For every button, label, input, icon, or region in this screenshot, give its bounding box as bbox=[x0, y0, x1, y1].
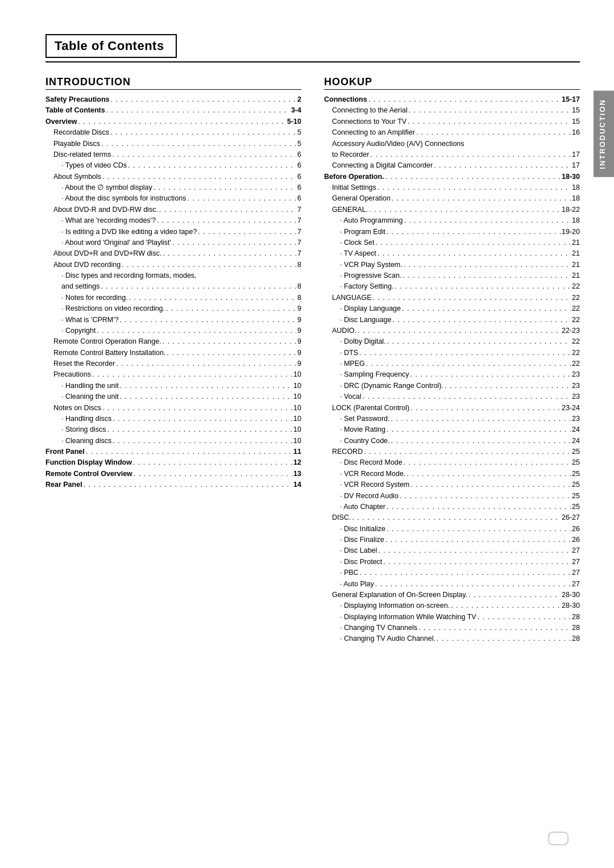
toc-entry: · Vocal . . . . . . . . . . . . . . . . … bbox=[324, 391, 580, 402]
introduction-entries: Safety Precautions . . . . . . . . . . .… bbox=[45, 94, 301, 491]
toc-entry: · Disc Protect . . . . . . . . . . . . .… bbox=[324, 557, 580, 567]
entry-label: · Disc Record Mode bbox=[340, 457, 403, 468]
introduction-section: INTRODUCTION Safety Precautions . . . . … bbox=[45, 76, 301, 491]
entry-page: 10 bbox=[293, 436, 301, 446]
entry-label: · Handling the unit bbox=[61, 381, 119, 391]
entry-label: · What are 'recording modes'? bbox=[61, 215, 156, 226]
entry-dots: . . . . . . . . . . . . . . . . . . . . … bbox=[404, 457, 571, 468]
entry-dots: . . . . . . . . . . . . . . . . . . . . … bbox=[86, 446, 292, 457]
entry-label: AUDIO. bbox=[332, 326, 356, 336]
entry-label: About DVD-R and DVD-RW disc. bbox=[53, 205, 158, 215]
toc-entry: · Displaying Information While Watching … bbox=[324, 612, 580, 623]
entry-label: Front Panel bbox=[45, 446, 85, 457]
toc-entry: and settings . . . . . . . . . . . . . .… bbox=[45, 281, 301, 292]
entry-page: 28 bbox=[572, 623, 580, 633]
toc-entry: Rear Panel . . . . . . . . . . . . . . .… bbox=[45, 479, 301, 490]
entry-dots: . . . . . . . . . . . . . . . . . . . . … bbox=[445, 381, 571, 391]
entry-page: 7 bbox=[297, 227, 301, 237]
toc-entry: · DRC (Dynamic Range Control). . . . . .… bbox=[324, 381, 580, 391]
entry-dots: . . . . . . . . . . . . . . . . . . . . … bbox=[409, 105, 571, 116]
toc-entry: Disc-related terms . . . . . . . . . . .… bbox=[45, 149, 301, 160]
toc-entry: · Displaying Information on-screen. . . … bbox=[324, 600, 580, 611]
entry-dots: . . . . . . . . . . . . . . . . . . . . … bbox=[102, 403, 292, 414]
toc-entry: Function Display Window . . . . . . . . … bbox=[45, 457, 301, 468]
entry-page: 9 bbox=[297, 348, 301, 358]
entry-page: 27 bbox=[572, 557, 580, 567]
entry-label: Overview bbox=[45, 116, 77, 127]
entry-page: 21 bbox=[572, 270, 580, 281]
entry-page: 22 bbox=[572, 315, 580, 326]
entry-dots: . . . . . . . . . . . . . . . . . . . . … bbox=[410, 479, 571, 490]
entry-dots: . . . . . . . . . . . . . . . . . . . . … bbox=[434, 160, 571, 171]
toc-entry: · Changing TV Channels . . . . . . . . .… bbox=[324, 623, 580, 633]
toc-entry: · Disc Label . . . . . . . . . . . . . .… bbox=[324, 545, 580, 556]
page: Table of Contents INTRODUCTION Safety Pr… bbox=[0, 0, 614, 868]
entry-dots: . . . . . . . . . . . . . . . . . . . . … bbox=[392, 315, 571, 326]
hookup-section: HOOKUP Connections . . . . . . . . . . .… bbox=[324, 76, 580, 645]
entry-page: 18 bbox=[572, 182, 580, 193]
entry-page: 9 bbox=[297, 336, 301, 347]
entry-page: 8 bbox=[297, 260, 301, 270]
entry-page: 28-30 bbox=[562, 590, 580, 600]
entry-page: 25 bbox=[572, 502, 580, 512]
entry-label: Connecting a Digital Camcorder bbox=[332, 160, 433, 171]
entry-label: · Handling discs bbox=[61, 414, 111, 424]
entry-label: · Notes for recording. bbox=[61, 293, 128, 303]
toc-entry: About DVD-R and DVD-RW disc. . . . . . .… bbox=[45, 205, 301, 215]
toc-entry: General Explanation of On-Screen Display… bbox=[324, 590, 580, 600]
entry-label: and settings bbox=[61, 281, 99, 292]
entry-label: · Disc types and recording formats, mode… bbox=[61, 270, 197, 281]
toc-entry: · Handling discs . . . . . . . . . . . .… bbox=[45, 414, 301, 424]
entry-label: · Is editing a DVD like editing a video … bbox=[61, 227, 197, 237]
entry-page: 10 bbox=[293, 391, 301, 402]
toc-entry: Front Panel . . . . . . . . . . . . . . … bbox=[45, 446, 301, 457]
entry-page: 7 bbox=[297, 205, 301, 215]
toc-entry: · Dolby Digital. . . . . . . . . . . . .… bbox=[324, 336, 580, 347]
entry-dots: . . . . . . . . . . . . . . . . . . . . … bbox=[387, 502, 571, 512]
entry-page: 25 bbox=[572, 469, 580, 479]
entry-label: General Explanation of On-Screen Display… bbox=[332, 590, 467, 600]
toc-entry: · Sampling Frequency . . . . . . . . . .… bbox=[324, 369, 580, 380]
entry-label: · VCR Record System bbox=[340, 479, 409, 490]
entry-label: · Vocal bbox=[340, 391, 362, 402]
entry-label: LOCK (Parental Control) bbox=[332, 403, 409, 414]
entry-label: · PBC bbox=[340, 567, 359, 578]
entry-label: · Displaying Information on-screen. bbox=[340, 600, 450, 611]
entry-page: 15-17 bbox=[562, 94, 580, 105]
entry-page: 22-23 bbox=[562, 326, 580, 336]
entry-page: 6 bbox=[297, 193, 301, 204]
entry-dots: . . . . . . . . . . . . . . . . . . . . … bbox=[392, 193, 571, 204]
toc-entry: · Types of video CDs . . . . . . . . . .… bbox=[45, 160, 301, 171]
toc-entry: · Factory Setting. . . . . . . . . . . .… bbox=[324, 281, 580, 292]
entry-label: Reset the Recorder bbox=[53, 358, 115, 369]
toc-entry: · Auto Chapter . . . . . . . . . . . . .… bbox=[324, 502, 580, 512]
entry-dots: . . . . . . . . . . . . . . . . . . . . … bbox=[167, 348, 296, 358]
toc-body: INTRODUCTION Safety Precautions . . . . … bbox=[45, 76, 580, 645]
entry-page: 17 bbox=[572, 149, 580, 160]
entry-dots: . . . . . . . . . . . . . . . . . . . . … bbox=[116, 358, 296, 369]
entry-label: · Displaying Information While Watching … bbox=[340, 612, 476, 623]
toc-entry: DISC. . . . . . . . . . . . . . . . . . … bbox=[324, 512, 580, 523]
introduction-title: INTRODUCTION bbox=[45, 76, 301, 90]
entry-page: 14 bbox=[293, 479, 301, 490]
entry-dots: . . . . . . . . . . . . . . . . . . . . … bbox=[391, 414, 571, 424]
toc-entry: Initial Settings . . . . . . . . . . . .… bbox=[324, 182, 580, 193]
entry-page: 5 bbox=[297, 139, 301, 149]
entry-page: 23 bbox=[572, 391, 580, 402]
toc-entry: Precautions . . . . . . . . . . . . . . … bbox=[45, 369, 301, 380]
entry-dots: . . . . . . . . . . . . . . . . . . . . … bbox=[408, 116, 571, 127]
entry-dots: . . . . . . . . . . . . . . . . . . . . … bbox=[112, 149, 296, 160]
entry-page: 26 bbox=[572, 524, 580, 535]
entry-label: · DRC (Dynamic Range Control). bbox=[340, 381, 443, 391]
entry-dots: . . . . . . . . . . . . . . . . . . . . … bbox=[154, 182, 296, 193]
entry-label: Connections bbox=[324, 94, 367, 105]
toc-entry: Connections to Your TV . . . . . . . . .… bbox=[324, 116, 580, 127]
entry-page: 25 bbox=[572, 457, 580, 468]
toc-entry: · About word 'Original' and 'Playlist' .… bbox=[45, 237, 301, 248]
entry-dots: . . . . . . . . . . . . . . . . . . . . … bbox=[78, 116, 286, 127]
entry-dots: . . . . . . . . . . . . . . . . . . . . … bbox=[378, 545, 571, 556]
toc-entry: · Handling the unit . . . . . . . . . . … bbox=[45, 381, 301, 391]
entry-dots: . . . . . . . . . . . . . . . . . . . . … bbox=[352, 512, 561, 523]
entry-dots: . . . . . . . . . . . . . . . . . . . . … bbox=[387, 524, 571, 535]
entry-page: 28-30 bbox=[562, 600, 580, 611]
